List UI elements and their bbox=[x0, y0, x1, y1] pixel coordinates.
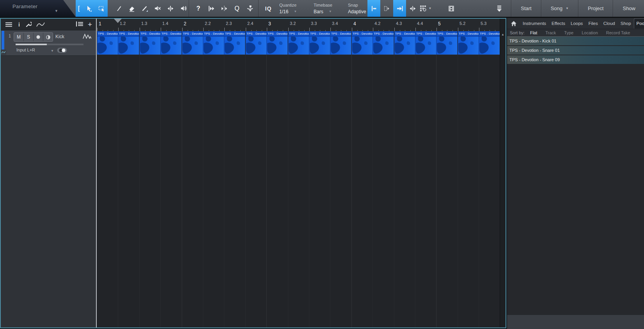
add-track-button[interactable]: + bbox=[88, 21, 92, 28]
ruler-label: 2.3 bbox=[226, 21, 232, 26]
home-icon[interactable] bbox=[511, 21, 516, 26]
tab-cloud[interactable]: Cloud bbox=[601, 18, 618, 28]
chevron-down-icon: ▼ bbox=[429, 7, 432, 10]
audio-clip[interactable]: TPS - Devotion - Kick 01 bbox=[352, 31, 373, 55]
track-name[interactable]: Kick bbox=[55, 34, 64, 39]
page-button-project[interactable]: Project bbox=[579, 0, 612, 17]
audio-clip[interactable]: TPS - Devotion - Kick 01 bbox=[458, 31, 479, 55]
input-quantize-toggle[interactable]: IQ bbox=[261, 0, 276, 17]
page-button-song[interactable]: Song▼ bbox=[542, 0, 577, 17]
gridline bbox=[266, 31, 267, 327]
audio-clip[interactable]: TPS - Devotion - Kick 01 bbox=[224, 31, 245, 55]
sort-option-flat[interactable]: Flat bbox=[530, 30, 537, 35]
bend-marker-button[interactable] bbox=[243, 0, 256, 17]
record-arm-button[interactable] bbox=[34, 33, 43, 41]
tool-group-bracket-icon[interactable]: [ bbox=[76, 0, 82, 17]
audio-clip[interactable]: TPS - Devotion - Kick 01 bbox=[373, 31, 394, 55]
track-list-menu-icon[interactable] bbox=[5, 22, 12, 27]
track-list-options-icon[interactable] bbox=[76, 21, 83, 28]
track-automation-toggle[interactable] bbox=[1, 50, 6, 55]
ruler-label: 2 bbox=[184, 21, 186, 27]
page-button-start[interactable]: Start bbox=[512, 0, 540, 17]
tab-pool[interactable]: Pool bbox=[634, 18, 644, 28]
sort-option-record-take[interactable]: Record Take bbox=[606, 30, 630, 35]
arrow-tool-button[interactable] bbox=[82, 0, 95, 17]
inspector-toggle-icon[interactable]: i bbox=[18, 21, 20, 28]
tab-instruments[interactable]: Instruments bbox=[520, 18, 549, 28]
audio-clip[interactable]: TPS - Devotion - Kick 01 bbox=[267, 31, 288, 55]
sort-option-type[interactable]: Type bbox=[564, 30, 573, 35]
ruler-tick bbox=[458, 28, 458, 31]
arrangement-area[interactable]: 11.21.31.422.22.32.433.23.33.444.24.34.4… bbox=[97, 19, 500, 327]
audio-clip[interactable]: TPS - Devotion - Kick 01 bbox=[436, 31, 458, 55]
performance-monitor-icon[interactable] bbox=[488, 0, 510, 17]
pool-item[interactable]: TPS - Devotion - Snare 09 bbox=[507, 55, 644, 64]
kick-track-lane[interactable]: TPS - Devotion - Kick 01TPS - Devotion -… bbox=[97, 31, 500, 55]
range-tool-button[interactable] bbox=[95, 0, 108, 17]
clip-name-label: TPS - Devotion - Kick 01 bbox=[203, 31, 224, 37]
paint-tool-button[interactable] bbox=[138, 0, 151, 17]
gridline bbox=[245, 31, 246, 327]
stereo-mode-toggle[interactable] bbox=[57, 48, 67, 55]
audio-clip[interactable]: TPS - Devotion - Kick 01 bbox=[97, 31, 118, 55]
audio-clip[interactable]: TPS - Devotion - Kick 01 bbox=[479, 31, 500, 55]
audio-clip[interactable]: TPS - Devotion - Kick 01 bbox=[182, 31, 203, 55]
audio-clip[interactable]: TPS - Devotion - Kick 01 bbox=[288, 31, 309, 55]
track-volume-slider[interactable] bbox=[16, 44, 83, 45]
vertical-scrollbar[interactable]: ▲ bbox=[500, 19, 506, 327]
audio-clip[interactable]: TPS - Devotion - Kick 01 bbox=[161, 31, 182, 55]
selection-tool-group: [ bbox=[76, 0, 108, 17]
sort-option-location[interactable]: Location bbox=[582, 30, 598, 35]
parameter-dropdown[interactable]: Parameter ▼ bbox=[0, 0, 76, 17]
scroll-up-icon[interactable]: ▲ bbox=[500, 33, 506, 36]
pool-item[interactable]: TPS - Devotion - Snare 01 bbox=[507, 46, 644, 55]
gridline bbox=[139, 31, 140, 327]
audio-clip[interactable]: TPS - Devotion - Kick 01 bbox=[246, 31, 267, 55]
eraser-tool-button[interactable] bbox=[125, 0, 138, 17]
track-header-kick[interactable]: 1 M S Kick Input L+R ▼ bbox=[1, 30, 96, 56]
split-tool-button[interactable] bbox=[112, 0, 125, 17]
detect-transients-button[interactable] bbox=[218, 0, 231, 17]
sort-option-track[interactable]: Track bbox=[545, 30, 556, 35]
timebase-dropdown[interactable]: Timebase Bars ▼ bbox=[310, 0, 344, 17]
ruler-label: 5 bbox=[438, 21, 441, 27]
audio-clip[interactable]: TPS - Devotion - Kick 01 bbox=[415, 31, 436, 55]
tab-files[interactable]: Files bbox=[585, 18, 600, 28]
gridline bbox=[458, 31, 458, 327]
gridline bbox=[373, 31, 373, 327]
audio-clip[interactable]: TPS - Devotion - Kick 01 bbox=[140, 31, 161, 55]
track-tools-icon[interactable] bbox=[25, 21, 32, 27]
solo-button[interactable]: S bbox=[24, 33, 34, 41]
ruler-label: 1.3 bbox=[141, 21, 147, 26]
tab-loops[interactable]: Loops bbox=[568, 18, 585, 28]
audio-clip[interactable]: TPS - Devotion - Kick 01 bbox=[203, 31, 224, 55]
audio-clip[interactable]: TPS - Devotion - Kick 01 bbox=[394, 31, 415, 55]
quantize-dropdown[interactable]: Quantize 1/16 ▼ bbox=[275, 0, 310, 17]
pool-file-list: TPS - Devotion - Kick 01TPS - Devotion -… bbox=[507, 37, 644, 65]
ruler-label: 5.3 bbox=[481, 21, 486, 26]
automation-icon[interactable] bbox=[36, 22, 45, 27]
audio-clip[interactable]: TPS - Devotion - Kick 01 bbox=[309, 31, 330, 55]
quantize-label: Quantize bbox=[279, 3, 306, 7]
monitor-button[interactable] bbox=[43, 33, 53, 41]
snap-to-events-button[interactable] bbox=[393, 0, 406, 17]
track-input-select[interactable]: Input L+R bbox=[16, 48, 35, 52]
tab-effects[interactable]: Effects bbox=[549, 18, 568, 28]
tab-shop[interactable]: Shop bbox=[618, 18, 634, 28]
quantize-action-button[interactable]: Q bbox=[231, 0, 243, 17]
page-button-show[interactable]: Show bbox=[614, 0, 644, 17]
ruler-label: 3.2 bbox=[290, 21, 296, 26]
audio-clip[interactable]: TPS - Devotion - Kick 01 bbox=[330, 31, 351, 55]
audio-clip[interactable]: TPS - Devotion - Kick 01 bbox=[118, 31, 139, 55]
help-button[interactable]: ? bbox=[192, 0, 205, 17]
snap-to-grid-button[interactable] bbox=[367, 0, 380, 17]
grid-options-button[interactable]: ▼ bbox=[417, 0, 434, 17]
mute-button[interactable]: M bbox=[14, 33, 24, 41]
mute-tool-button[interactable] bbox=[151, 0, 164, 17]
timeline-ruler[interactable]: 11.21.31.422.22.32.433.23.33.444.24.34.4… bbox=[97, 19, 500, 32]
video-track-button[interactable] bbox=[445, 0, 458, 17]
bend-tool-button[interactable] bbox=[164, 0, 177, 17]
tab-to-transient-button[interactable] bbox=[205, 0, 218, 17]
pool-item[interactable]: TPS - Devotion - Kick 01 bbox=[507, 37, 644, 45]
snap-to-frames-button[interactable] bbox=[380, 0, 393, 17]
